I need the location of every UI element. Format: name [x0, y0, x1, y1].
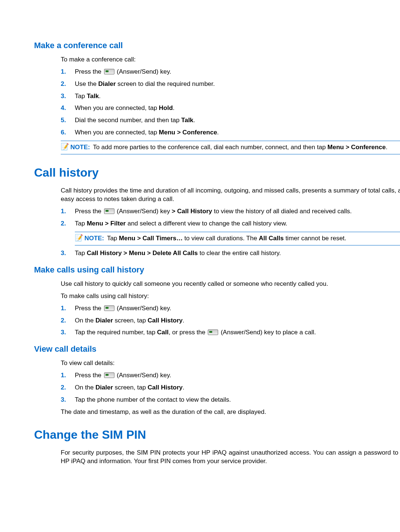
list-item: 4. When you are connected, tap Hold. — [61, 104, 400, 113]
answer-send-key-icon — [208, 329, 218, 335]
ordered-list: 1. Press the (Answer/Send) key. 2. On th… — [61, 371, 400, 404]
answer-send-key-icon — [104, 305, 114, 311]
answer-send-key-icon — [104, 208, 114, 214]
list-number: 4. — [61, 104, 75, 113]
list-item: 3. Tap Call History > Menu > Delete All … — [61, 249, 400, 258]
list-text: Press the (Answer/Send) key. — [75, 68, 400, 76]
list-item: 1. Press the (Answer/Send) key > Call Hi… — [61, 207, 400, 216]
para: For security purposes, the SIM PIN prote… — [61, 449, 400, 466]
list-item: 3. Tap the phone number of the contact t… — [61, 396, 400, 404]
section-sim-pin: For security purposes, the SIM PIN prote… — [61, 449, 400, 466]
list-text: When you are connected, tap Menu > Confe… — [75, 128, 400, 137]
heading-make-calls-using-history: Make calls using call history — [34, 264, 400, 275]
list-number: 3. — [61, 396, 75, 404]
list-item: 3. Tap Talk. — [61, 92, 400, 101]
list-item: 6. When you are connected, tap Menu > Co… — [61, 128, 400, 137]
list-text: Press the (Answer/Send) key. — [75, 371, 400, 380]
para: The date and timestamp, as well as the d… — [61, 408, 400, 416]
list-text: On the Dialer screen, tap Call History. — [75, 317, 400, 325]
answer-send-key-icon — [104, 69, 114, 74]
list-text: When you are connected, tap Hold. — [75, 104, 400, 113]
note-label: NOTE: — [84, 235, 104, 242]
list-item: 1. Press the (Answer/Send) key. — [61, 68, 400, 76]
ordered-list: 1. Press the (Answer/Send) key > Call Hi… — [61, 207, 400, 228]
list-number: 3. — [61, 92, 75, 101]
list-number: 1. — [61, 207, 75, 216]
list-item: 2. On the Dialer screen, tap Call Histor… — [61, 317, 400, 325]
note-box: 📝 NOTE:Tap Menu > Call Timers… to view c… — [75, 232, 400, 245]
list-number: 1. — [61, 68, 75, 76]
note-icon: 📝 — [75, 234, 84, 242]
note-icon: 📝 — [61, 143, 70, 151]
answer-send-key-icon — [104, 372, 114, 378]
note-body: NOTE:To add more parties to the conferen… — [70, 143, 400, 152]
para: To view call details: — [61, 359, 400, 368]
heading-change-sim-pin: Change the SIM PIN — [34, 427, 400, 443]
heading-view-call-details: View call details — [34, 344, 400, 355]
list-text: On the Dialer screen, tap Call History. — [75, 384, 400, 392]
list-text: Tap Call History > Menu > Delete All Cal… — [75, 249, 400, 258]
list-item: 3. Tap the required number, tap Call, or… — [61, 328, 400, 337]
list-text: Tap Talk. — [75, 92, 400, 101]
list-number: 6. — [61, 128, 75, 137]
note-wrapper: 📝 NOTE:To add more parties to the confer… — [61, 141, 400, 154]
note-box: 📝 NOTE:To add more parties to the confer… — [61, 141, 400, 154]
list-number: 3. — [61, 249, 75, 258]
list-item: 2. On the Dialer screen, tap Call Histor… — [61, 384, 400, 392]
list-number: 1. — [61, 304, 75, 313]
note-label: NOTE: — [70, 144, 90, 151]
note-body: NOTE:Tap Menu > Call Timers… to view cal… — [84, 234, 400, 243]
list-text: Tap the phone number of the contact to v… — [75, 396, 400, 404]
ordered-list: 1. Press the (Answer/Send) key. 2. Use t… — [61, 68, 400, 137]
document-page: Make a conference call To make a confere… — [0, 0, 400, 532]
list-text: Tap Menu > Filter and select a different… — [75, 220, 400, 228]
section-call-history: Call history provides the time and durat… — [61, 187, 400, 258]
para: To make a conference call: — [61, 56, 400, 64]
list-item: 5. Dial the second number, and then tap … — [61, 116, 400, 125]
list-text: Press the (Answer/Send) key > Call Histo… — [75, 207, 400, 216]
section-view-call-details: To view call details: 1. Press the (Answ… — [61, 359, 400, 416]
list-number: 2. — [61, 80, 75, 88]
list-text: Press the (Answer/Send) key. — [75, 304, 400, 313]
heading-make-conference-call: Make a conference call — [34, 40, 400, 51]
list-text: Tap the required number, tap Call, or pr… — [75, 328, 400, 337]
list-number: 2. — [61, 317, 75, 325]
section-make-calls-history: Use call history to quickly call someone… — [61, 280, 400, 337]
section-conference: To make a conference call: 1. Press the … — [61, 56, 400, 137]
list-text: Use the Dialer screen to dial the requir… — [75, 80, 400, 88]
list-number: 3. — [61, 328, 75, 337]
list-item: 1. Press the (Answer/Send) key. — [61, 304, 400, 313]
list-number: 2. — [61, 384, 75, 392]
heading-call-history: Call history — [34, 165, 400, 181]
ordered-list: 1. Press the (Answer/Send) key. 2. On th… — [61, 304, 400, 337]
list-item: 1. Press the (Answer/Send) key. — [61, 371, 400, 380]
list-item: 2. Tap Menu > Filter and select a differ… — [61, 220, 400, 228]
list-number: 1. — [61, 371, 75, 380]
list-number: 2. — [61, 220, 75, 228]
list-number: 5. — [61, 116, 75, 125]
list-text: Dial the second number, and then tap Tal… — [75, 116, 400, 125]
para: Use call history to quickly call someone… — [61, 280, 400, 288]
para: Call history provides the time and durat… — [61, 187, 400, 204]
list-item: 2. Use the Dialer screen to dial the req… — [61, 80, 400, 88]
ordered-list: 3. Tap Call History > Menu > Delete All … — [61, 249, 400, 258]
para: To make calls using call history: — [61, 292, 400, 301]
